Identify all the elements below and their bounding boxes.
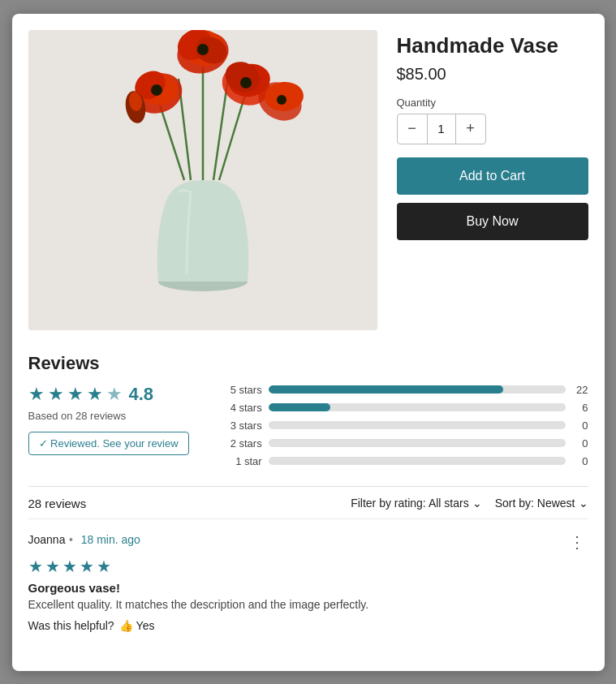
bar-track [269,421,566,429]
svg-point-11 [197,44,209,55]
review-stars: ★★★★★ [28,557,588,576]
reviews-count-label: 28 reviews [28,497,87,510]
filter-by-rating-button[interactable]: Filter by rating: All stars ⌄ [351,497,482,510]
rating-bar-row: 5 stars 22 [222,384,588,396]
star-5-icon: ★ [106,384,123,405]
rating-bar-row: 1 star 0 [222,455,588,467]
average-stars-row: ★ ★ ★ ★ ★ 4.8 [28,384,189,405]
bar-label: 5 stars [222,384,262,396]
svg-point-22 [277,95,286,105]
bar-count: 22 [572,384,588,396]
sort-label: Sort by: Newest [495,497,575,510]
review-star-icon: ★ [80,557,94,576]
reviews-section: Reviews ★ ★ ★ ★ ★ 4.8 Based on 28 review… [28,353,588,639]
product-image [28,30,377,330]
bar-track [269,439,566,447]
review-item: Joanna • 18 min. ago ⋮ ★★★★★ Gorgeous va… [28,518,588,639]
reviews-overview: ★ ★ ★ ★ ★ 4.8 Based on 28 reviews ✓ Revi… [28,384,588,473]
bar-track [269,385,566,394]
rating-bar-row: 3 stars 0 [222,419,588,432]
quantity-increase-button[interactable]: + [456,114,485,144]
review-star-icon: ★ [28,557,43,576]
review-menu-button[interactable]: ⋮ [566,532,588,552]
quantity-decrease-button[interactable]: − [398,114,427,144]
bar-count: 0 [572,455,588,467]
reviews-bars: 5 stars 22 4 stars 6 3 stars 0 2 stars 0… [222,384,588,473]
rating-bar-row: 2 stars 0 [222,437,588,450]
sort-by-button[interactable]: Sort by: Newest ⌄ [495,497,588,510]
quantity-value: 1 [427,114,456,144]
filter-label: Filter by rating: All stars [351,497,469,510]
helpful-yes-button[interactable]: 👍 Yes [119,619,155,632]
review-star-icon: ★ [97,557,111,576]
bar-count: 0 [572,437,588,450]
average-rating: 4.8 [129,384,154,405]
product-title: Handmade Vase [397,33,588,58]
helpful-yes-label: Yes [136,619,155,632]
based-on-label: Based on 28 reviews [28,410,189,422]
product-price: $85.00 [397,65,588,84]
bar-count: 6 [572,402,588,414]
sort-chevron-icon: ⌄ [579,497,588,510]
bar-track [269,403,566,411]
star-4-icon: ★ [87,384,103,405]
review-star-icon: ★ [45,557,60,576]
filter-chevron-icon: ⌄ [472,497,482,510]
bar-label: 3 stars [222,419,262,432]
review-headline: Gorgeous vase! [28,581,588,595]
review-header: Joanna • 18 min. ago ⋮ [28,532,588,552]
product-info: Handmade Vase $85.00 Quantity − 1 + Add … [397,30,588,330]
bar-label: 2 stars [222,437,262,450]
reviews-list-header: 28 reviews Filter by rating: All stars ⌄… [28,486,588,510]
review-body: Excellent quality. It matches the descri… [28,598,588,611]
add-to-cart-button[interactable]: Add to Cart [397,157,588,195]
star-2-icon: ★ [48,384,64,405]
bar-label: 4 stars [222,402,262,414]
star-1-icon: ★ [28,384,45,405]
thumbs-up-icon: 👍 [119,619,133,632]
reviews-list: Joanna • 18 min. ago ⋮ ★★★★★ Gorgeous va… [28,518,588,639]
reviewer-name: Joanna [28,533,66,546]
reviews-title: Reviews [28,353,588,374]
bar-count: 0 [572,419,588,432]
reviewed-badge[interactable]: ✓ Reviewed. See your review [28,432,189,455]
reviews-controls: Filter by rating: All stars ⌄ Sort by: N… [351,497,588,510]
helpful-label: Was this helpful? [28,619,114,632]
product-card: Handmade Vase $85.00 Quantity − 1 + Add … [12,14,605,671]
product-section: Handmade Vase $85.00 Quantity − 1 + Add … [28,30,588,330]
svg-point-15 [151,84,162,96]
bar-fill [269,403,331,411]
helpful-row: Was this helpful? 👍 Yes [28,619,588,632]
rating-bar-row: 4 stars 6 [222,402,588,414]
reviews-left: ★ ★ ★ ★ ★ 4.8 Based on 28 reviews ✓ Revi… [28,384,189,473]
bar-label: 1 star [222,455,262,467]
buy-now-button[interactable]: Buy Now [397,203,588,240]
review-time: 18 min. ago [81,533,140,546]
bar-fill [269,385,503,394]
svg-point-19 [240,77,252,88]
quantity-control: − 1 + [397,114,486,144]
quantity-label: Quantity [397,97,588,109]
star-3-icon: ★ [67,384,84,405]
bar-track [269,457,566,465]
review-meta: Joanna • 18 min. ago [28,532,140,547]
review-star-icon: ★ [62,557,77,576]
